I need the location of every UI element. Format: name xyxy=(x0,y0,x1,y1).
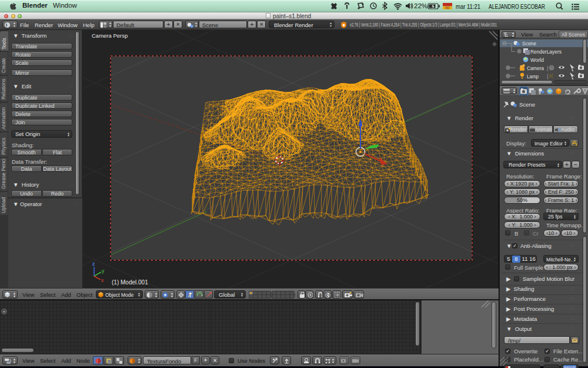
svg-text:Physics: Physics xyxy=(1,138,6,155)
svg-text:Upload: Upload xyxy=(1,197,6,213)
svg-text:z: z xyxy=(92,261,95,267)
svg-text:22%: 22% xyxy=(414,3,427,9)
svg-text:mar 11:21: mar 11:21 xyxy=(456,3,480,10)
svg-text:Lamp: Lamp xyxy=(527,73,539,79)
svg-text:Camera: Camera xyxy=(527,65,544,71)
svg-text:|: | xyxy=(547,65,548,71)
svg-text:Relations: Relations xyxy=(1,79,6,100)
svg-text:Create: Create xyxy=(1,58,6,73)
svg-text:ISO: ISO xyxy=(445,6,450,9)
svg-text:Scene: Scene xyxy=(522,40,536,47)
svg-text:(1) Model.001: (1) Model.001 xyxy=(112,279,148,286)
svg-text:Tools: Tools xyxy=(1,38,7,49)
svg-text:Animation: Animation xyxy=(1,107,6,130)
svg-text:ALEJANDRO ESCOBAR: ALEJANDRO ESCOBAR xyxy=(489,4,545,10)
svg-text:|: | xyxy=(547,73,548,79)
svg-text:Camera Persp: Camera Persp xyxy=(92,32,128,39)
svg-text:Scene: Scene xyxy=(519,101,535,108)
svg-text:Grease Penci: Grease Penci xyxy=(1,158,6,189)
svg-text:y: y xyxy=(102,268,105,274)
svg-text:i: i xyxy=(6,22,7,28)
svg-text:v2.76 | Verts:2,180 | Faces:4,: v2.76 | Verts:2,180 | Faces:4,254 | Tris… xyxy=(350,22,497,28)
svg-text:x: x xyxy=(101,277,104,283)
svg-text:RenderLayers: RenderLayers xyxy=(530,48,562,55)
svg-text:World: World xyxy=(530,57,544,63)
